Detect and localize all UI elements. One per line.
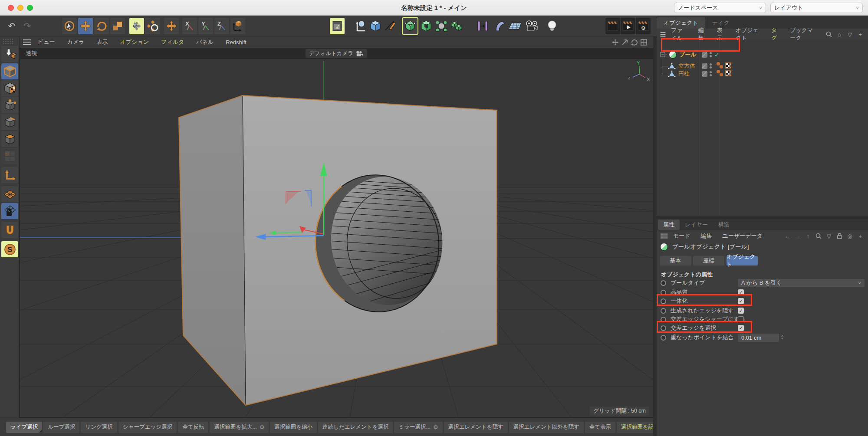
viewport-menu-icon[interactable] [23, 39, 31, 45]
unhide-all-button[interactable]: 全て表示 [585, 422, 615, 433]
camera-zoom-icon[interactable] [621, 39, 628, 46]
expand-toggle-icon[interactable] [659, 50, 668, 59]
generator-icon[interactable] [419, 18, 434, 34]
menu-redshift[interactable]: Redshift [226, 39, 247, 46]
tab-basic[interactable]: 基本 [660, 256, 691, 266]
menu-display[interactable]: 表示 [97, 38, 108, 46]
home-icon[interactable]: ⌂ [836, 31, 843, 38]
viewport[interactable]: 透視 デフォルトカメラ [20, 48, 653, 418]
new-panel-icon[interactable]: + [857, 233, 864, 239]
subdivision-surface-icon[interactable] [403, 18, 418, 34]
ring-selection-button[interactable]: リング選択 [81, 422, 117, 433]
auto-snap-icon[interactable]: S [1, 241, 18, 257]
camera-rotate-icon[interactable] [631, 39, 638, 46]
axis-mode-icon[interactable] [1, 167, 18, 183]
tab-coordinates[interactable]: 座標 [693, 256, 724, 266]
render-view-button[interactable] [330, 18, 345, 34]
object-name[interactable]: 円柱 [678, 70, 690, 78]
panel-splitter[interactable] [653, 36, 657, 436]
menu-userdata[interactable]: ユーザーデータ [723, 232, 763, 240]
loop-selection-button[interactable]: ループ選択 [43, 422, 79, 433]
boole-type-dropdown[interactable]: A から B を引く˅ [738, 279, 865, 287]
menu-panel[interactable]: パネル [196, 38, 214, 46]
shrink-selection-button[interactable]: 選択範囲を縮小 [270, 422, 317, 433]
render-view-clapper-button[interactable] [605, 18, 620, 34]
camera-name-chip[interactable]: デフォルトカメラ [306, 49, 367, 58]
tweak-rotate-icon[interactable] [145, 18, 160, 34]
back-icon[interactable]: ← [784, 233, 791, 239]
snap-magnet-icon[interactable] [1, 222, 18, 238]
point-mode-icon[interactable] [1, 97, 18, 113]
param-dot[interactable] [661, 335, 666, 341]
enabled-check-icon[interactable]: ✓ [714, 51, 720, 58]
layout-dropdown[interactable]: レイアウト ˅ [770, 3, 863, 13]
light-icon[interactable] [545, 18, 559, 34]
rotate-tool-icon[interactable] [94, 18, 109, 34]
editor-render-dots[interactable] [710, 51, 712, 58]
single-object-checkbox[interactable]: ✓ [738, 298, 744, 304]
optimize-points-field[interactable]: 0.01 cm [738, 334, 779, 342]
polygon-mode-icon[interactable] [1, 131, 18, 147]
null-object-icon[interactable] [353, 18, 368, 34]
workplane-icon[interactable] [1, 186, 18, 202]
z-axis-lock-icon[interactable]: Z [214, 18, 229, 34]
tree-row-boole[interactable]: ブール ✓ [657, 49, 868, 60]
array-icon[interactable] [434, 18, 449, 34]
lock-icon[interactable] [836, 233, 843, 239]
deformer-icon[interactable] [475, 18, 490, 34]
render-settings-button[interactable]: ⚙ [636, 18, 651, 34]
object-name[interactable]: ブール [679, 51, 697, 59]
y-axis-lock-icon[interactable]: Y [198, 18, 213, 34]
selection-tag-icon[interactable] [720, 73, 723, 76]
viewport-canvas[interactable]: Y z X [20, 59, 653, 417]
param-dot[interactable] [661, 290, 666, 295]
filter-icon[interactable]: ▽ [825, 233, 832, 239]
attribute-menu-icon[interactable] [661, 234, 667, 239]
menu-edit2[interactable]: 編集 [701, 232, 712, 240]
visibility-toggle[interactable] [702, 63, 707, 69]
attribute-splitter[interactable] [657, 216, 868, 219]
menu-mode[interactable]: モード [673, 232, 690, 240]
hide-new-edges-checkbox[interactable]: ✓ [738, 308, 744, 314]
forward-icon[interactable]: → [794, 233, 801, 239]
toggle-views-icon[interactable] [640, 39, 647, 46]
param-dot[interactable] [661, 308, 666, 314]
move-plus-icon[interactable] [164, 18, 179, 34]
search-icon[interactable] [815, 233, 822, 239]
live-selection-button[interactable]: ライブ選択 [6, 422, 42, 433]
target-icon[interactable]: ◎ [846, 233, 853, 239]
param-dot[interactable] [661, 317, 666, 322]
floor-icon[interactable] [508, 18, 523, 34]
palette-grip[interactable] [3, 38, 14, 44]
tree-row-cylinder[interactable]: 円柱 [657, 69, 868, 79]
invert-all-button[interactable]: 全て反転 [178, 422, 208, 433]
coord-system-icon[interactable] [230, 18, 245, 34]
menu-options[interactable]: オプション [120, 38, 149, 46]
make-editable-icon[interactable] [1, 46, 18, 62]
param-dot[interactable] [661, 280, 666, 286]
grow-selection-button[interactable]: 選択範囲を拡大...⚙ [210, 422, 269, 433]
nodespace-dropdown[interactable]: ノードスペース ˅ [674, 3, 766, 13]
search-icon[interactable] [825, 31, 832, 38]
select-connected-button[interactable]: 連続したエレメントを選択 [318, 422, 393, 433]
model-mode-icon[interactable] [1, 63, 18, 79]
param-dot[interactable] [661, 298, 666, 304]
camera-pan-icon[interactable] [612, 39, 618, 46]
hide-selected-button[interactable]: 選択エレメントを隠す [444, 422, 508, 433]
texture-mode-icon[interactable] [1, 80, 18, 96]
high-quality-checkbox[interactable]: ✓ [738, 289, 744, 295]
hide-unselected-button[interactable]: 選択エレメント以外を隠す [509, 422, 584, 433]
mirror-selection-button[interactable]: ミラー選択...⚙ [394, 422, 442, 433]
select-intersections-checkbox[interactable]: ✓ [738, 325, 744, 331]
manager-menu-icon[interactable] [661, 32, 666, 37]
select-tool-icon[interactable] [62, 18, 77, 34]
param-dot[interactable] [661, 325, 666, 331]
locked-workplane-icon[interactable] [1, 203, 18, 219]
bend-icon[interactable] [492, 18, 506, 34]
move-tool-icon[interactable] [78, 18, 93, 34]
menu-view[interactable]: ビュー [38, 38, 55, 46]
x-axis-lock-icon[interactable]: X [182, 18, 197, 34]
texture-tag-icon[interactable] [725, 70, 731, 76]
selection-tag-icon[interactable] [717, 70, 720, 73]
spline-pen-icon[interactable] [383, 18, 398, 34]
